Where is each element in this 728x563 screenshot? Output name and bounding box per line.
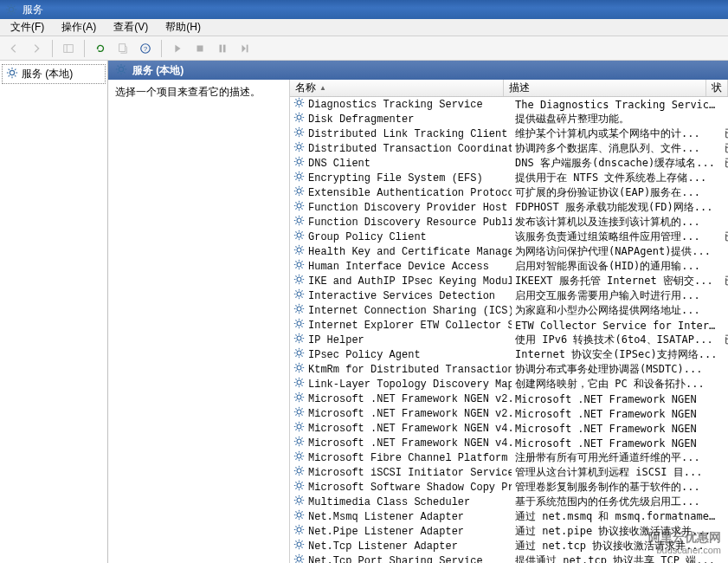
gear-icon	[293, 112, 305, 126]
service-desc: 使用 IPv6 转换技术(6to4、ISATAP...	[512, 333, 721, 347]
service-row[interactable]: Link-Layer Topology Discovery Mapper创建网络…	[290, 377, 728, 392]
service-name: Extensible Authentication Protocol	[308, 187, 512, 199]
service-row[interactable]: Microsoft iSCSI Initiator Service管理从这台计算…	[290, 465, 728, 480]
subheader-title: 服务 (本地)	[132, 63, 184, 78]
gear-icon	[293, 215, 305, 230]
list-pane[interactable]: 名称 ▲ 描述 状 Diagnostics Tracking ServiceTh…	[290, 80, 728, 563]
service-row[interactable]: IKE and AuthIP IPsec Keying ModulesIKEEX…	[290, 274, 728, 288]
service-row[interactable]: Internet Connection Sharing (ICS)为家庭和小型办…	[290, 303, 728, 318]
service-status: 已	[721, 230, 728, 244]
service-name: Function Discovery Provider Host	[308, 202, 507, 214]
service-name: Internet Connection Sharing (ICS)	[308, 305, 512, 317]
service-status: 已	[721, 141, 728, 156]
service-row[interactable]: Microsoft .NET Framework NGEN v2.0.50...…	[290, 406, 728, 421]
gear-icon	[293, 553, 305, 563]
service-row[interactable]: Net.Msmq Listener Adapter通过 net.msmq 和 m…	[290, 509, 728, 524]
service-name: Disk Defragmenter	[308, 113, 414, 126]
menubar: 文件(F) 操作(A) 查看(V) 帮助(H)	[0, 19, 728, 36]
menu-action[interactable]: 操作(A)	[55, 18, 103, 36]
service-row[interactable]: Microsoft .NET Framework NGEN v4.0.30...…	[290, 421, 728, 436]
service-name: KtmRm for Distributed Transaction Coo...	[308, 364, 512, 376]
service-name: IP Helper	[308, 334, 364, 346]
detail-prompt: 选择一个项目来查看它的描述。	[115, 86, 261, 98]
separator	[52, 40, 53, 57]
forward-button	[26, 39, 47, 58]
column-header-name[interactable]: 名称 ▲	[290, 80, 504, 96]
service-name: Net.Pipe Listener Adapter	[308, 526, 464, 538]
service-row[interactable]: Microsoft Fibre Channel Platform Regi...…	[290, 450, 728, 465]
service-name: Interactive Services Detection	[308, 290, 495, 302]
gear-icon	[293, 274, 305, 288]
service-row[interactable]: Net.Tcp Listener Adapter通过 net.tcp 协议接收激…	[290, 539, 728, 553]
service-row[interactable]: Diagnostics Tracking ServiceThe Diagnost…	[290, 97, 728, 112]
service-desc: 提供用于在 NTFS 文件系统卷上存储...	[512, 171, 721, 185]
gear-icon	[293, 288, 305, 303]
service-desc: 管理从这台计算机到远程 iSCSI 目...	[512, 465, 721, 480]
service-row[interactable]: Function Discovery Provider HostFDPHOST …	[290, 200, 728, 215]
service-desc: 该服务负责通过组策略组件应用管理...	[512, 230, 721, 244]
gear-icon	[293, 406, 305, 421]
service-desc: FDPHOST 服务承载功能发现(FD)网络...	[512, 200, 721, 215]
service-row[interactable]: Microsoft Software Shadow Copy Provider管…	[290, 480, 728, 495]
service-row[interactable]: Disk Defragmenter提供磁盘碎片整理功能。	[290, 112, 728, 126]
service-name: Microsoft .NET Framework NGEN v2.0.50...	[308, 393, 512, 405]
service-row[interactable]: DNS ClientDNS 客户端服务(dnscache)缓存域名...已	[290, 156, 728, 171]
service-row[interactable]: Health Key and Certificate Management为网络…	[290, 244, 728, 259]
menu-file[interactable]: 文件(F)	[3, 18, 51, 36]
gear-icon	[293, 509, 305, 524]
service-row[interactable]: Multimedia Class Scheduler基于系统范围内的任务优先级启…	[290, 495, 728, 509]
menu-help[interactable]: 帮助(H)	[158, 18, 208, 36]
service-desc: 为家庭和小型办公网络提供网络地址...	[512, 303, 721, 318]
service-row[interactable]: Internet Explorer ETW Collector ServiceE…	[290, 318, 728, 333]
service-row[interactable]: Net.Tcp Port Sharing Service提供通过 net.tcp…	[290, 553, 728, 563]
gear-icon	[293, 347, 305, 362]
service-desc: 提供通过 net.tcp 协议共享 TCP 端...	[512, 553, 721, 563]
service-row[interactable]: Microsoft .NET Framework NGEN v2.0.50...…	[290, 392, 728, 406]
service-desc: ETW Collector Service for Intern...	[512, 320, 721, 332]
service-row[interactable]: Distributed Transaction Coordinator协调跨多个…	[290, 141, 728, 156]
service-row[interactable]: Group Policy Client该服务负责通过组策略组件应用管理...已	[290, 230, 728, 244]
column-header-status[interactable]: 状	[706, 80, 728, 96]
service-row[interactable]: Interactive Services Detection启用交互服务需要用户…	[290, 288, 728, 303]
svg-rect-14	[197, 45, 203, 51]
gear-icon	[293, 141, 305, 156]
split-panes: 选择一个项目来查看它的描述。 名称 ▲ 描述 状 Diagnostics Tra…	[108, 80, 728, 563]
stop-button	[190, 39, 210, 58]
service-desc: 管理卷影复制服务制作的基于软件的...	[512, 480, 721, 495]
service-row[interactable]: Function Discovery Resource Publication发…	[290, 215, 728, 230]
service-row[interactable]: IP Helper使用 IPv6 转换技术(6to4、ISATAP...已	[290, 333, 728, 347]
service-desc: 基于系统范围内的任务优先级启用工...	[512, 495, 721, 509]
tree-root-item[interactable]: 服务 (本地)	[2, 64, 106, 84]
restart-button	[235, 39, 255, 58]
refresh-button[interactable]	[90, 39, 111, 58]
service-desc: 通过 net.tcp 协议接收激活请求并...	[512, 539, 721, 553]
service-row[interactable]: Net.Pipe Listener Adapter通过 net.pipe 协议接…	[290, 524, 728, 539]
service-desc: 为网络访问保护代理(NAPAgent)提供...	[512, 244, 721, 259]
body-area: 服务 (本地) 服务 (本地) 选择一个项目来查看它的描述。 名称 ▲ 描述	[0, 61, 728, 563]
export-button	[113, 39, 133, 58]
service-row[interactable]: Microsoft .NET Framework NGEN v4.0.30...…	[290, 436, 728, 450]
right-panel: 服务 (本地) 选择一个项目来查看它的描述。 名称 ▲ 描述 状	[108, 61, 728, 563]
tree-panel: 服务 (本地)	[0, 61, 108, 563]
column-header-desc[interactable]: 描述	[504, 80, 706, 96]
menu-view[interactable]: 查看(V)	[106, 18, 155, 36]
service-desc: 维护某个计算机内或某个网络中的计...	[512, 126, 721, 141]
column-headers: 名称 ▲ 描述 状	[290, 80, 728, 97]
service-row[interactable]: Extensible Authentication Protocol可扩展的身份…	[290, 185, 728, 200]
pause-button	[212, 39, 233, 58]
service-name: Encrypting File System (EFS)	[308, 172, 483, 184]
gear-icon	[293, 126, 305, 141]
service-row[interactable]: IPsec Policy AgentInternet 协议安全(IPSec)支持…	[290, 347, 728, 362]
service-row[interactable]: Human Interface Device Access启用对智能界面设备(H…	[290, 259, 728, 274]
gear-icon	[293, 156, 305, 171]
service-row[interactable]: Encrypting File System (EFS)提供用于在 NTFS 文…	[290, 171, 728, 185]
app-icon	[5, 3, 17, 16]
service-desc: 提供磁盘碎片整理功能。	[512, 112, 721, 126]
service-name: Group Policy Client	[308, 231, 427, 243]
service-row[interactable]: Distributed Link Tracking Client维护某个计算机内…	[290, 126, 728, 141]
service-row[interactable]: KtmRm for Distributed Transaction Coo...…	[290, 362, 728, 377]
help-button[interactable]: ?	[135, 39, 156, 58]
service-desc: 创建网络映射，它由 PC 和设备拓扑...	[512, 377, 721, 392]
subheader: 服务 (本地)	[108, 61, 728, 80]
service-desc: 启用对智能界面设备(HID)的通用输...	[512, 259, 721, 274]
